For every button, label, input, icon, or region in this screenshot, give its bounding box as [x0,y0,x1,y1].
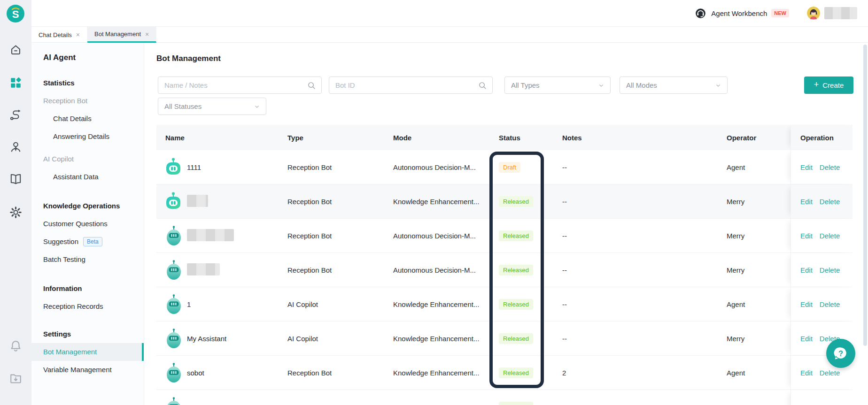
edit-link[interactable]: Edit [800,232,813,240]
question-mark: ? [838,349,843,358]
bot-id-input[interactable] [329,77,478,93]
search-icon[interactable] [307,81,316,90]
edit-link[interactable]: Edit [800,266,813,274]
delete-link[interactable]: Delete [820,198,840,206]
edit-link[interactable]: Edit [800,163,813,171]
download-folder-icon[interactable] [8,371,23,386]
create-button-label: Create [822,81,844,89]
sidebar-item-bot-management[interactable]: Bot Management [31,343,144,361]
sidebar-item-label: Suggestion [43,233,78,251]
sidebar-item-customer-questions[interactable]: Customer Questions [31,215,144,233]
redacted-name [187,195,208,207]
page-title: Bot Management [156,54,221,63]
apps-grid-icon[interactable] [8,76,23,90]
edit-link[interactable]: Edit [800,335,813,343]
headset-icon [694,7,707,20]
operation-cell: EditDelete [790,287,852,321]
name-notes-input[interactable] [158,77,307,93]
status-badge: Released [499,367,533,378]
sidebar-item-label: Assistant Data [53,173,99,181]
delete-link[interactable]: Delete [820,232,840,240]
table-row: Released [156,390,852,405]
col-notes: Notes [562,134,727,142]
bot-operator: Agent [727,163,790,171]
book-icon[interactable] [8,172,23,186]
operation-cell [790,390,852,405]
gear-icon[interactable] [8,205,23,220]
edit-link[interactable]: Edit [800,369,813,377]
delete-link[interactable]: Delete [820,300,840,308]
tab-chat-details[interactable]: Chat Details × [31,27,87,43]
bot-type: Reception Bot [287,266,393,274]
bot-type: Reception Bot [287,232,393,240]
statuses-select-value: All Statuses [164,102,202,110]
search-icon[interactable] [478,81,487,90]
sobot-logo[interactable]: S [7,5,24,23]
bot-notes: 2 [562,369,727,377]
sidebar-item-label: Settings [43,330,71,338]
icon-rail: S [0,0,31,405]
sidebar-item-batch-testing[interactable]: Batch Testing [31,251,144,268]
scrollbar-thumb[interactable] [863,45,867,346]
col-operation: Operation [790,125,852,150]
sidebar-item-reception-records[interactable]: Reception Records [31,298,144,315]
bot-operator: Agent [727,300,790,308]
sidebar-item-label: AI Copilot [43,155,74,163]
sidebar-item-label: Information [43,284,82,292]
sidebar-item-chat-details[interactable]: Chat Details [31,110,144,128]
sidebar-item-variable-management[interactable]: Variable Management [31,361,144,379]
home-icon[interactable] [8,43,23,57]
edit-link[interactable]: Edit [800,198,813,206]
modes-select[interactable]: All Modes [620,76,728,94]
bell-icon[interactable] [8,339,23,353]
sidebar-item-ai-copilot: AI Copilot [31,150,144,168]
bot-management-app: S [0,0,868,405]
sidebar-item-label: Knowledge Operations [43,202,120,210]
bot-name: My Assistant [187,335,226,343]
edit-link[interactable]: Edit [800,300,813,308]
bot-mode: Autonomous Decision-M... [393,266,499,274]
bot-mode: Knowledge Enhancement... [393,300,499,308]
close-icon[interactable]: × [76,31,80,38]
user-avatar[interactable] [807,7,820,20]
operation-cell: EditDelete [790,184,852,218]
status-badge: Released [499,265,533,275]
sidebar-item-label: Chat Details [53,115,92,122]
help-bubble-icon: ? [833,345,849,361]
bot-mode: Knowledge Enhancement... [393,369,499,377]
main-content: Bot Management All Types All Modes [144,43,868,405]
sidebar-item-answering-details[interactable]: Answering Details [31,128,144,145]
person-icon[interactable] [8,140,23,154]
bot-name [187,229,234,243]
route-icon[interactable] [8,108,23,122]
status-badge: Released [499,402,533,405]
sidebar-item-label: Batch Testing [43,251,85,268]
statuses-select[interactable]: All Statuses [158,98,266,115]
name-notes-search [158,76,322,94]
plus-icon: + [814,80,819,90]
bot-avatar-icon [165,225,182,246]
types-select-value: All Types [511,81,540,89]
chevron-down-icon [598,82,604,89]
tab-bot-management[interactable]: Bot Management × [87,27,156,43]
sidebar-item-knowledge-operations: Knowledge Operations [31,197,144,215]
create-button[interactable]: + Create [804,76,853,94]
bot-type: AI Copilot [287,335,393,343]
operation-cell: EditDelete [790,150,852,184]
sidebar-item-label: Statistics [43,79,75,87]
close-icon[interactable]: × [145,31,149,38]
agent-workbench-button[interactable]: Agent Workbench NEW [694,7,789,20]
sidebar-item-assistant-data[interactable]: Assistant Data [31,168,144,186]
bot-avatar-icon [165,362,182,383]
types-select[interactable]: All Types [504,76,611,94]
bot-operator: Merry [727,335,790,343]
delete-link[interactable]: Delete [820,266,840,274]
bot-notes: -- [562,163,727,171]
delete-link[interactable]: Delete [820,369,840,377]
help-button[interactable]: ? [826,339,855,368]
beta-badge: Beta [83,237,102,246]
bot-type: Reception Bot [287,198,393,206]
sidebar-item-suggestion[interactable]: SuggestionBeta [31,233,144,251]
col-operator: Operator [727,134,790,142]
delete-link[interactable]: Delete [820,163,840,171]
